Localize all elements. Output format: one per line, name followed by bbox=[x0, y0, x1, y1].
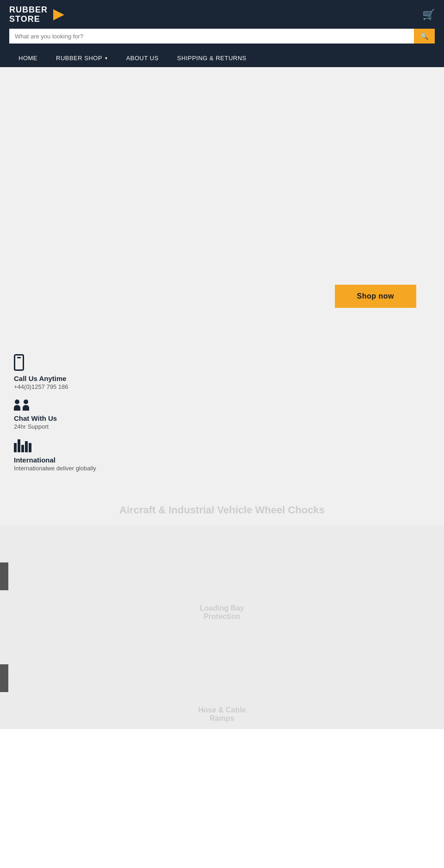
products-header: Aircraft & Industrial Vehicle Wheel Choc… bbox=[0, 490, 444, 525]
building-icon bbox=[14, 439, 430, 452]
search-bar: 🔍 bbox=[9, 29, 435, 44]
nav-item-about-us[interactable]: ABOUT US bbox=[117, 49, 168, 67]
info-item-international: International Internationalwe deliver gl… bbox=[14, 439, 430, 472]
product-card-loading-bay[interactable]: Loading Bay Protection bbox=[0, 525, 444, 627]
product-tab-2 bbox=[0, 664, 8, 692]
info-item-call: Call Us Anytime +44(0)1257 795 186 bbox=[14, 354, 430, 390]
product-label-hose-cable: Hose & Cable Ramps bbox=[0, 699, 444, 729]
logo-text: RUBBER STORE bbox=[9, 6, 48, 24]
info-section: Call Us Anytime +44(0)1257 795 186 Chat … bbox=[0, 336, 444, 490]
search-button[interactable]: 🔍 bbox=[414, 29, 435, 44]
international-subtitle: Internationalwe deliver globally bbox=[14, 465, 430, 472]
hero-content: Shop now bbox=[335, 285, 416, 308]
call-title: Call Us Anytime bbox=[14, 375, 430, 382]
main-nav: HOME RUBBER SHOP ▾ ABOUT US SHIPPING & R… bbox=[9, 49, 435, 67]
logo[interactable]: RUBBER STORE bbox=[9, 6, 68, 24]
info-item-chat: Chat With Us 24hr Support bbox=[14, 400, 430, 430]
search-input[interactable] bbox=[9, 29, 414, 44]
header-top: RUBBER STORE 🛒 bbox=[9, 6, 435, 24]
cart-icon[interactable]: 🛒 bbox=[422, 9, 435, 21]
people-icon bbox=[14, 400, 430, 411]
phone-icon bbox=[14, 354, 430, 371]
product-card-hose-cable[interactable]: Hose & Cable Ramps bbox=[0, 627, 444, 729]
product-tab-1 bbox=[0, 562, 8, 590]
products-section: Aircraft & Industrial Vehicle Wheel Choc… bbox=[0, 490, 444, 729]
hero-section: Shop now bbox=[0, 67, 444, 336]
chat-subtitle: 24hr Support bbox=[14, 423, 430, 430]
chevron-down-icon: ▾ bbox=[105, 56, 108, 61]
product-label-loading-bay: Loading Bay Protection bbox=[0, 598, 444, 627]
nav-item-shipping[interactable]: SHIPPING & RETURNS bbox=[168, 49, 256, 67]
chat-title: Chat With Us bbox=[14, 414, 430, 422]
header: RUBBER STORE 🛒 🔍 HOME RUBBER SHOP ▾ ABOU… bbox=[0, 0, 444, 67]
svg-marker-0 bbox=[53, 9, 64, 20]
international-title: International bbox=[14, 456, 430, 464]
nav-item-home[interactable]: HOME bbox=[9, 49, 47, 67]
products-title: Aircraft & Industrial Vehicle Wheel Choc… bbox=[9, 504, 435, 516]
nav-item-rubber-shop[interactable]: RUBBER SHOP ▾ bbox=[47, 49, 117, 67]
call-subtitle: +44(0)1257 795 186 bbox=[14, 383, 430, 390]
search-icon: 🔍 bbox=[420, 32, 428, 40]
logo-arrow-icon bbox=[49, 6, 68, 24]
shop-now-button[interactable]: Shop now bbox=[335, 285, 416, 308]
